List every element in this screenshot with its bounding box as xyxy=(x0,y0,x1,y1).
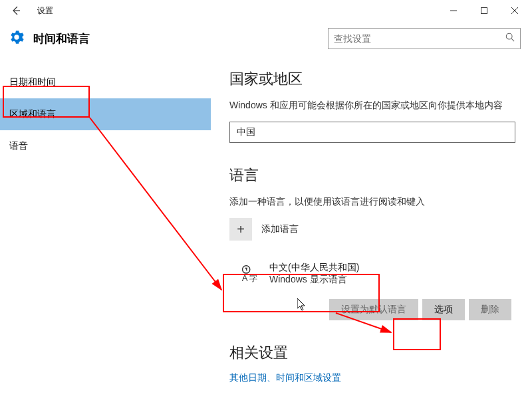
sidebar: 日期和时间 区域和语言 语音 xyxy=(0,56,211,420)
set-default-button[interactable]: 设置为默认语言 xyxy=(329,299,418,320)
sidebar-item-datetime[interactable]: 日期和时间 xyxy=(0,66,211,98)
language-desc: 添加一种语言，以便使用该语言进行阅读和键入 xyxy=(229,195,521,209)
sidebar-item-label: 区域和语言 xyxy=(9,108,56,120)
titlebar: 设置 xyxy=(0,0,530,21)
content: 日期和时间 区域和语言 语音 国家或地区 Windows 和应用可能会根据你所在… xyxy=(0,56,530,420)
region-section: 国家或地区 Windows 和应用可能会根据你所在的国家或地区向你提供本地内容 … xyxy=(229,69,521,143)
options-button[interactable]: 选项 xyxy=(422,299,465,320)
window-title: 设置 xyxy=(37,5,53,17)
language-subtitle: Windows 显示语言 xyxy=(269,274,359,286)
back-arrow-icon xyxy=(11,5,21,16)
close-button[interactable] xyxy=(499,0,530,21)
region-selected: 中国 xyxy=(237,126,255,138)
sidebar-item-label: 语音 xyxy=(9,140,28,152)
header-left: 时间和语言 xyxy=(9,30,90,47)
related-link[interactable]: 其他日期、时间和区域设置 xyxy=(229,372,521,384)
language-title: 语言 xyxy=(229,165,521,185)
add-language-button[interactable]: + 添加语言 xyxy=(229,218,521,241)
svg-text:A: A xyxy=(242,273,248,283)
sidebar-item-speech[interactable]: 语音 xyxy=(0,130,211,162)
gear-icon xyxy=(9,30,24,47)
page-title: 时间和语言 xyxy=(33,31,90,47)
add-language-label: 添加语言 xyxy=(261,223,299,235)
search-box[interactable] xyxy=(328,28,521,49)
search-input[interactable] xyxy=(334,33,505,44)
language-name: 中文(中华人民共和国) xyxy=(269,262,359,274)
minimize-button[interactable] xyxy=(438,0,469,21)
close-icon xyxy=(511,7,518,14)
search-icon xyxy=(505,33,515,45)
region-desc: Windows 和应用可能会根据你所在的国家或地区向你提供本地内容 xyxy=(229,98,521,112)
window-controls xyxy=(438,0,530,21)
related-section: 相关设置 其他日期、时间和区域设置 xyxy=(229,343,521,384)
language-card-text: 中文(中华人民共和国) Windows 显示语言 xyxy=(269,262,359,286)
plus-icon: + xyxy=(229,218,252,241)
remove-button[interactable]: 删除 xyxy=(469,299,511,320)
svg-text:字: 字 xyxy=(249,274,257,283)
language-card[interactable]: A 字 中文(中华人民共和国) Windows 显示语言 xyxy=(229,254,521,294)
region-title: 国家或地区 xyxy=(229,69,521,89)
maximize-icon xyxy=(481,7,487,14)
related-title: 相关设置 xyxy=(229,343,521,363)
header: 时间和语言 xyxy=(0,21,530,56)
maximize-button[interactable] xyxy=(469,0,499,21)
language-glyph-icon: A 字 xyxy=(236,262,260,286)
language-section: 语言 添加一种语言，以便使用该语言进行阅读和键入 + 添加语言 A 字 中文(中… xyxy=(229,165,521,320)
svg-point-1 xyxy=(506,33,512,39)
sidebar-item-label: 日期和时间 xyxy=(9,76,56,88)
back-button[interactable] xyxy=(0,0,32,21)
main-panel: 国家或地区 Windows 和应用可能会根据你所在的国家或地区向你提供本地内容 … xyxy=(211,56,530,420)
minimize-icon xyxy=(450,7,457,14)
sidebar-item-region-language[interactable]: 区域和语言 xyxy=(0,98,211,130)
svg-rect-0 xyxy=(481,8,487,14)
titlebar-left: 设置 xyxy=(0,0,53,21)
language-buttons: 设置为默认语言 选项 删除 xyxy=(229,299,521,320)
region-dropdown[interactable]: 中国 xyxy=(229,122,515,143)
